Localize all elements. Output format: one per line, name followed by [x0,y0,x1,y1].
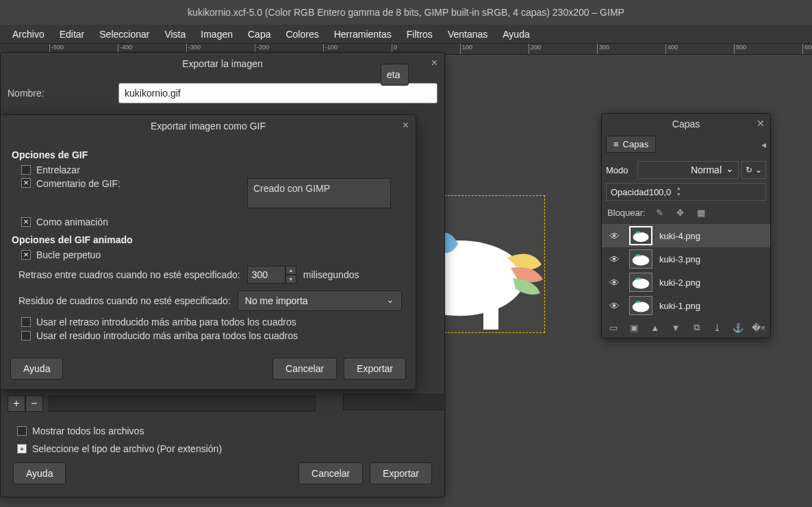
spinner-down-icon[interactable]: ▼ [286,275,296,284]
layers-icon: ≡ [613,139,619,149]
layers-tab[interactable]: ≡ Capas [606,136,656,153]
menu-capa[interactable]: Capa [241,26,277,42]
layer-item[interactable]: 👁 kuki-4.png [602,224,770,247]
gif-export-button[interactable]: Exportar [344,358,406,380]
layers-panel-header: Capas ✕ [602,114,770,134]
mode-select[interactable]: Normal [637,161,739,179]
layer-name[interactable]: kuki-3.png [659,254,700,264]
remove-bookmark-button[interactable]: − [25,395,43,412]
svg-point-4 [633,256,649,266]
disposal-select[interactable]: No me importa [238,290,402,311]
show-all-files-checkbox[interactable] [17,426,27,436]
interlace-checkbox[interactable] [21,165,31,175]
loop-label: Bucle perpetuo [36,249,101,260]
menu-editar[interactable]: Editar [53,26,92,42]
delete-layer-icon[interactable]: �× [752,321,765,334]
menu-herramientas[interactable]: Herramientas [327,26,398,42]
layer-thumbnail[interactable] [629,273,652,292]
layer-name[interactable]: kuki-2.png [659,277,700,288]
menu-ventanas[interactable]: Ventanas [441,26,494,42]
path-box[interactable] [49,395,316,412]
ruler-tick: 400 [665,44,678,55]
folder-button-partial[interactable]: eta [381,64,409,86]
file-type-expander[interactable]: + [17,444,27,454]
layer-name[interactable]: kuki-1.png [659,301,700,311]
merge-down-icon[interactable]: ⤓ [711,321,723,334]
delay-unit: milisegundos [303,269,359,280]
gif-dialog-header: Exportar imagen como GIF × [1,115,416,137]
move-icon[interactable]: ✥ [674,206,687,219]
menu-vista[interactable]: Vista [157,26,192,42]
opacity-label: Opacidad [611,187,649,197]
menu-imagen[interactable]: Imagen [194,26,240,42]
close-icon[interactable]: × [431,57,437,69]
file-type-label: Seleccione el tipo de archivo (Por exten… [32,443,222,454]
gif-help-button[interactable]: Ayuda [10,358,63,380]
comment-textarea[interactable]: Creado con GIMP [247,178,391,208]
export-dialog-title: Exportar la imagen [182,58,263,69]
ruler-tick: 600 [802,44,812,55]
brush-icon[interactable]: ✎ [654,206,666,219]
use-delay-all-label: Usar el retraso introducido más arriba p… [36,317,296,327]
animated-gif-heading: Opciones del GIF animado [12,234,405,245]
menu-ayuda[interactable]: Ayuda [496,26,536,42]
layer-thumbnail[interactable] [629,296,652,315]
delay-spinner[interactable]: ▲ ▼ [247,266,296,284]
menu-colores[interactable]: Colores [279,26,325,42]
close-icon[interactable]: ✕ [757,118,765,129]
gif-cancel-button[interactable]: Cancelar [272,358,337,380]
comment-label: Comentario de GIF: [36,178,242,189]
use-disposal-all-checkbox[interactable] [21,331,31,341]
layer-thumbnail[interactable] [629,249,652,269]
layer-thumbnail[interactable] [629,226,652,245]
tab-menu-icon[interactable]: ◂ [761,139,766,150]
new-layer-icon[interactable]: ▭ [607,321,620,334]
visibility-icon[interactable]: 👁 [606,300,622,312]
menu-archivo[interactable]: Archivo [5,26,51,42]
mode-link-button[interactable]: ↻ ⌄ [741,161,766,179]
layer-item[interactable]: 👁 kuki-3.png [602,247,770,271]
disposal-label: Residuo de cuadros cuando no esté especi… [18,295,231,306]
layers-tab-label: Capas [623,139,649,149]
visibility-icon[interactable]: 👁 [606,277,622,288]
opacity-slider[interactable]: Opacidad 100,0 ▲▼ [606,183,766,201]
new-group-icon[interactable]: ▣ [628,321,640,334]
menu-filtros[interactable]: Filtros [400,26,440,42]
comment-checkbox[interactable] [21,178,31,188]
gif-options-dialog: Exportar imagen como GIF × Opciones de G… [0,114,416,390]
cancel-button[interactable]: Cancelar [299,462,363,484]
mode-label: Modo [606,165,635,175]
spinner-down-icon[interactable]: ▼ [674,192,683,198]
animation-label: Como animación [36,217,108,227]
help-button[interactable]: Ayuda [13,462,66,484]
bookmark-controls: + − [8,395,43,412]
raise-layer-icon[interactable]: ▲ [649,321,661,334]
duplicate-layer-icon[interactable]: ⧉ [690,321,702,334]
layer-item[interactable]: 👁 kuki-2.png [602,271,770,294]
name-label: Nombre: [8,88,110,99]
svg-point-3 [633,232,649,242]
layer-name[interactable]: kuki-4.png [659,231,700,241]
layers-panel: Capas ✕ ≡ Capas ◂ Modo Normal ↻ ⌄ Opacid… [601,113,771,338]
delay-input[interactable] [247,266,286,284]
alpha-icon[interactable]: ▦ [695,206,707,219]
spinner-up-icon[interactable]: ▲ [286,266,296,275]
animation-checkbox[interactable] [21,217,31,227]
window-titlebar: kukikornio.xcf-5.0 (Color RGB Entero gam… [0,0,812,25]
export-button[interactable]: Exportar [370,462,432,484]
layer-list: 👁 kuki-4.png 👁 kuki-3.png 👁 kuki-2.png 👁… [602,224,770,317]
menubar: Archivo Editar Seleccionar Vista Imagen … [0,25,812,44]
layer-item[interactable]: 👁 kuki-1.png [602,294,770,317]
ruler-tick: 500 [734,44,746,55]
loop-checkbox[interactable] [21,250,31,260]
menu-seleccionar[interactable]: Seleccionar [92,26,156,42]
use-delay-all-checkbox[interactable] [21,317,31,327]
visibility-icon[interactable]: 👁 [606,230,622,242]
spinner-up-icon[interactable]: ▲ [674,186,683,192]
visibility-icon[interactable]: 👁 [606,254,622,265]
filename-input[interactable] [118,83,437,103]
close-icon[interactable]: × [403,119,409,132]
lower-layer-icon[interactable]: ▼ [670,321,682,334]
anchor-layer-icon[interactable]: ⚓ [732,321,744,334]
add-bookmark-button[interactable]: + [8,395,25,412]
